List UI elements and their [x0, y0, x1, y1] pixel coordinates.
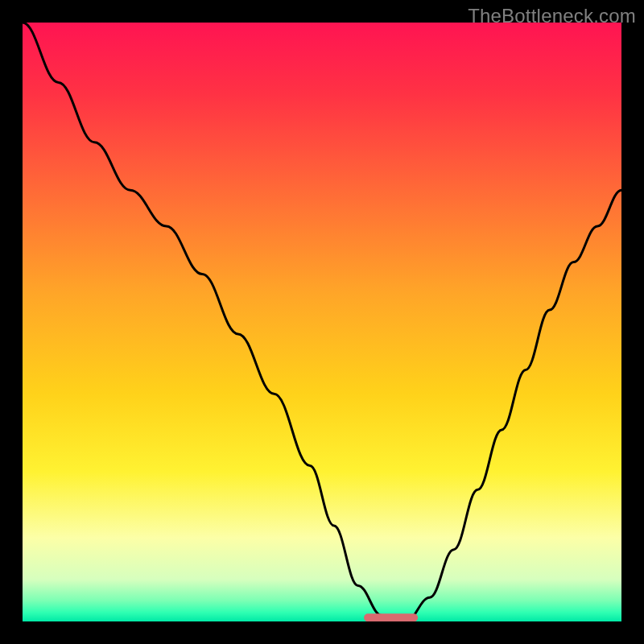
chart-frame: TheBottleneck.com — [0, 0, 644, 644]
optimal-region-marker — [364, 613, 418, 621]
watermark-text: TheBottleneck.com — [468, 5, 636, 27]
bottleneck-chart — [23, 23, 621, 621]
gradient-background — [23, 23, 621, 621]
